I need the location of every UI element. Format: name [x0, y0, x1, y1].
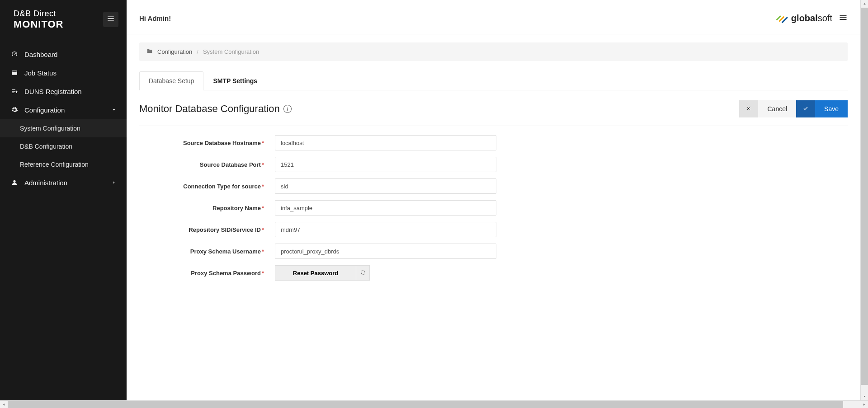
chevron-right-icon — [111, 179, 117, 187]
field-label: Connection Type for source* — [139, 183, 275, 190]
nav-duns-registration[interactable]: DUNS Registration — [0, 82, 127, 101]
field-source-port: Source Database Port* — [139, 157, 848, 172]
refresh-icon — [360, 269, 366, 277]
content: Configuration / System Configuration Dat… — [127, 34, 860, 400]
card-icon — [10, 69, 19, 76]
scroll-thumb[interactable] — [8, 401, 843, 408]
field-label: Source Database Port* — [139, 161, 275, 168]
field-label: Proxy Schema Username* — [139, 248, 275, 255]
tab-database-setup[interactable]: Database Setup — [139, 71, 203, 90]
field-label: Repository Name* — [139, 205, 275, 211]
save-button[interactable]: Save — [815, 100, 848, 117]
repository-sid-input[interactable] — [275, 222, 496, 237]
chevron-down-icon — [111, 106, 117, 114]
scroll-right-icon[interactable] — [860, 401, 868, 408]
subnav-label: System Configuration — [20, 125, 80, 132]
subnav-label: D&B Configuration — [20, 143, 72, 150]
refresh-button[interactable] — [356, 265, 370, 281]
proxy-username-input[interactable] — [275, 244, 496, 259]
hamburger-icon — [839, 16, 848, 23]
source-hostname-input[interactable] — [275, 135, 496, 150]
gauge-icon — [10, 51, 19, 58]
breadcrumb-root[interactable]: Configuration — [157, 48, 192, 55]
breadcrumb-current: System Configuration — [203, 48, 259, 55]
close-icon — [746, 105, 751, 113]
nav-label: Job Status — [24, 69, 57, 77]
repository-name-input[interactable] — [275, 200, 496, 216]
scroll-track[interactable] — [8, 401, 860, 408]
close-button[interactable] — [739, 100, 758, 117]
field-label: Source Database Hostname* — [139, 140, 275, 146]
brand-line1: D&B Direct — [14, 9, 63, 19]
field-repository-sid: Repository SID/Service ID* — [139, 222, 848, 237]
field-label: Repository SID/Service ID* — [139, 226, 275, 233]
sidebar-header: D&B Direct MONITOR — [0, 0, 127, 41]
topbar-right: globalsoft — [775, 11, 848, 26]
section-title: Monitor Database Configuration i — [139, 103, 292, 115]
nav: Dashboard Job Status DUNS Registration C… — [0, 45, 127, 192]
nav-label: Administration — [24, 179, 67, 187]
field-proxy-username: Proxy Schema Username* — [139, 244, 848, 259]
subnav-dnb-configuration[interactable]: D&B Configuration — [0, 137, 127, 155]
reset-password-button[interactable]: Reset Password — [275, 265, 356, 281]
tab-smtp-settings[interactable]: SMTP Settings — [203, 71, 267, 90]
brand-line2: MONITOR — [14, 19, 63, 30]
scroll-left-icon[interactable] — [0, 401, 8, 408]
user-icon — [10, 179, 19, 186]
sidebar-toggle-button[interactable] — [103, 12, 118, 27]
info-icon[interactable]: i — [283, 105, 292, 113]
field-connection-type: Connection Type for source* — [139, 178, 848, 194]
subnav-reference-configuration[interactable]: Reference Configuration — [0, 155, 127, 174]
company-logo-text: globalsoft — [791, 13, 832, 23]
cancel-label: Cancel — [767, 105, 787, 113]
confirm-button[interactable] — [796, 100, 815, 117]
reset-password-group: Reset Password — [275, 265, 370, 281]
reset-password-label: Reset Password — [293, 270, 338, 277]
scroll-thumb[interactable] — [861, 8, 868, 385]
company-logo: globalsoft — [775, 11, 832, 26]
tabs: Database Setup SMTP Settings — [139, 71, 848, 90]
form: Source Database Hostname* Source Databas… — [139, 135, 848, 281]
company-logo-icon — [775, 11, 788, 26]
nav-label: DUNS Registration — [24, 88, 82, 95]
topbar-menu-button[interactable] — [839, 13, 848, 23]
breadcrumb: Configuration / System Configuration — [139, 42, 848, 61]
connection-type-input[interactable] — [275, 178, 496, 194]
nav-dashboard[interactable]: Dashboard — [0, 45, 127, 64]
tab-label: SMTP Settings — [213, 77, 257, 84]
source-port-input[interactable] — [275, 157, 496, 172]
section-title-text: Monitor Database Configuration — [139, 103, 280, 115]
horizontal-scrollbar[interactable] — [0, 400, 868, 408]
tab-label: Database Setup — [149, 77, 194, 84]
main: Hi Admin! globalsoft — [127, 0, 860, 400]
vertical-scrollbar[interactable] — [860, 0, 868, 400]
field-source-hostname: Source Database Hostname* — [139, 135, 848, 150]
field-label: Proxy Schema Password* — [139, 270, 275, 277]
nav-job-status[interactable]: Job Status — [0, 64, 127, 82]
nav-label: Dashboard — [24, 51, 57, 58]
config-subnav: System Configuration D&B Configuration R… — [0, 119, 127, 174]
nav-configuration[interactable]: Configuration — [0, 101, 127, 119]
field-proxy-password: Proxy Schema Password* Reset Password — [139, 265, 848, 281]
brand: D&B Direct MONITOR — [14, 9, 63, 30]
topbar: Hi Admin! globalsoft — [127, 0, 860, 34]
scroll-down-icon[interactable] — [861, 393, 868, 400]
subnav-system-configuration[interactable]: System Configuration — [0, 119, 127, 137]
action-buttons: Cancel Save — [739, 100, 848, 117]
folder-icon — [146, 48, 153, 56]
scroll-up-icon[interactable] — [861, 0, 868, 8]
save-label: Save — [824, 105, 839, 113]
nav-administration[interactable]: Administration — [0, 174, 127, 192]
subnav-label: Reference Configuration — [20, 161, 89, 168]
list-plus-icon — [10, 88, 19, 95]
field-repository-name: Repository Name* — [139, 200, 848, 216]
gear-icon — [10, 106, 19, 113]
section-header: Monitor Database Configuration i Cancel — [139, 100, 848, 126]
greeting: Hi Admin! — [139, 14, 171, 22]
sidebar: D&B Direct MONITOR Dashboard Job Sta — [0, 0, 127, 400]
cancel-button[interactable]: Cancel — [758, 100, 796, 117]
breadcrumb-separator: / — [197, 48, 198, 55]
hamburger-icon — [107, 14, 115, 24]
check-icon — [803, 105, 808, 113]
scroll-track[interactable] — [861, 8, 868, 393]
